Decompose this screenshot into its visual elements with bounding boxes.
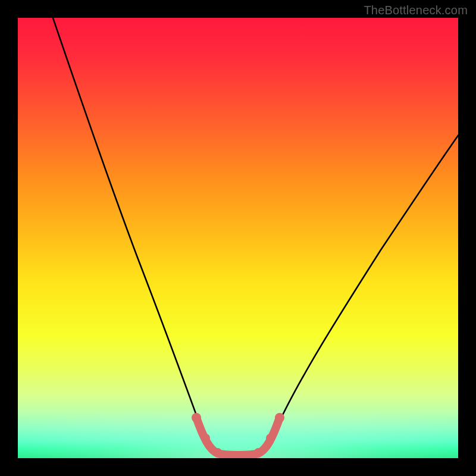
valley-dot-6 xyxy=(266,434,274,442)
chart-frame: TheBottleneck.com xyxy=(0,0,476,476)
valley-dot-left xyxy=(192,413,201,422)
valley-dot-2 xyxy=(202,434,210,442)
bottleneck-curve xyxy=(49,18,458,455)
valley-dot-5 xyxy=(254,448,262,456)
valley-dot-3 xyxy=(214,448,222,456)
watermark-text: TheBottleneck.com xyxy=(364,4,468,17)
curve-layer xyxy=(18,18,458,458)
plot-area xyxy=(18,18,458,458)
valley-dot-right xyxy=(275,413,284,422)
